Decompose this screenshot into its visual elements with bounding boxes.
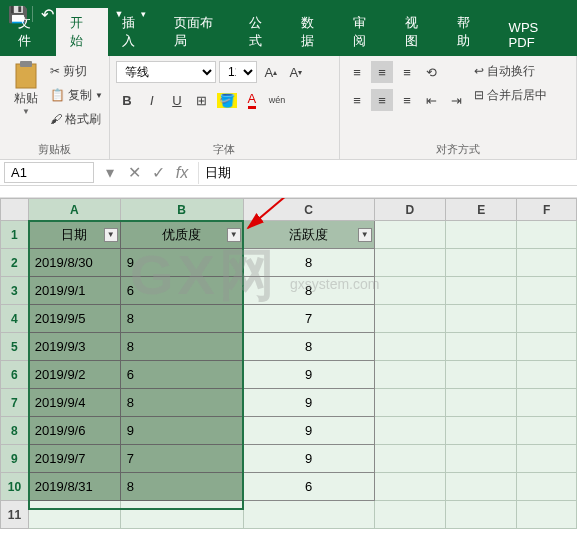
cell-a3[interactable]: 2019/9/1 xyxy=(28,277,120,305)
underline-button[interactable]: U xyxy=(166,89,188,111)
orientation-icon[interactable]: ⟲ xyxy=(421,61,443,83)
col-header-b[interactable]: B xyxy=(120,199,243,221)
copy-dropdown-icon[interactable]: ▼ xyxy=(95,91,103,100)
name-box[interactable] xyxy=(4,162,94,183)
cell[interactable] xyxy=(517,473,577,501)
font-size-select[interactable]: 11 xyxy=(219,61,257,83)
row-header-7[interactable]: 7 xyxy=(1,389,29,417)
cell-a10[interactable]: 2019/8/31 xyxy=(28,473,120,501)
confirm-icon[interactable]: ✓ xyxy=(146,162,170,184)
cell[interactable] xyxy=(517,501,577,529)
tab-review[interactable]: 审阅 xyxy=(339,8,391,56)
fx-icon[interactable]: fx xyxy=(170,162,194,184)
row-header-6[interactable]: 6 xyxy=(1,361,29,389)
cell-a4[interactable]: 2019/9/5 xyxy=(28,305,120,333)
cell[interactable] xyxy=(374,305,445,333)
border-button[interactable]: ⊞ xyxy=(191,89,213,111)
cell-c9[interactable]: 9 xyxy=(243,445,374,473)
cell[interactable] xyxy=(374,333,445,361)
tab-view[interactable]: 视图 xyxy=(391,8,443,56)
cell[interactable] xyxy=(517,361,577,389)
cell[interactable] xyxy=(28,501,120,529)
align-right-icon[interactable]: ≡ xyxy=(396,89,418,111)
cell[interactable] xyxy=(374,473,445,501)
decrease-indent-icon[interactable]: ⇤ xyxy=(421,89,443,111)
cell[interactable] xyxy=(517,333,577,361)
cell-c6[interactable]: 9 xyxy=(243,361,374,389)
row-header-11[interactable]: 11 xyxy=(1,501,29,529)
cell[interactable] xyxy=(517,389,577,417)
cell-c10[interactable]: 6 xyxy=(243,473,374,501)
cell[interactable] xyxy=(517,305,577,333)
cell[interactable] xyxy=(446,473,517,501)
cell-b2[interactable]: 9 xyxy=(120,249,243,277)
cell-b5[interactable]: 8 xyxy=(120,333,243,361)
cell[interactable] xyxy=(446,389,517,417)
cell[interactable] xyxy=(446,501,517,529)
col-header-a[interactable]: A xyxy=(28,199,120,221)
cell[interactable] xyxy=(374,277,445,305)
row-header-10[interactable]: 10 xyxy=(1,473,29,501)
cell-c1[interactable]: 活跃度▼ xyxy=(243,221,374,249)
row-header-2[interactable]: 2 xyxy=(1,249,29,277)
cell-b3[interactable]: 6 xyxy=(120,277,243,305)
cell-b9[interactable]: 7 xyxy=(120,445,243,473)
cell-a1[interactable]: 日期▼ xyxy=(28,221,120,249)
tab-file[interactable]: 文件 xyxy=(4,8,56,56)
tab-page-layout[interactable]: 页面布局 xyxy=(160,8,236,56)
cell[interactable] xyxy=(374,249,445,277)
tab-insert[interactable]: 插入 xyxy=(108,8,160,56)
cell[interactable] xyxy=(120,501,243,529)
increase-font-icon[interactable]: A▴ xyxy=(260,61,282,83)
align-middle-icon[interactable]: ≡ xyxy=(371,61,393,83)
cell[interactable] xyxy=(374,417,445,445)
cell-c8[interactable]: 9 xyxy=(243,417,374,445)
cell-a6[interactable]: 2019/9/2 xyxy=(28,361,120,389)
cell-e1[interactable] xyxy=(446,221,517,249)
cell[interactable] xyxy=(446,333,517,361)
cell[interactable] xyxy=(446,417,517,445)
filter-icon[interactable]: ▼ xyxy=(358,228,372,242)
cell-b7[interactable]: 8 xyxy=(120,389,243,417)
row-header-9[interactable]: 9 xyxy=(1,445,29,473)
cell-c7[interactable]: 9 xyxy=(243,389,374,417)
cell-c2[interactable]: 8 xyxy=(243,249,374,277)
cell-c3[interactable]: 8 xyxy=(243,277,374,305)
tab-formula[interactable]: 公式 xyxy=(235,8,287,56)
cell[interactable] xyxy=(374,501,445,529)
col-header-f[interactable]: F xyxy=(517,199,577,221)
tab-wps-pdf[interactable]: WPS PDF xyxy=(495,14,577,56)
row-header-8[interactable]: 8 xyxy=(1,417,29,445)
name-box-dropdown-icon[interactable]: ▾ xyxy=(98,162,122,184)
paste-button[interactable]: 粘贴 ▼ xyxy=(6,60,46,140)
fill-color-button[interactable]: 🪣 xyxy=(216,89,238,111)
col-header-c[interactable]: C xyxy=(243,199,374,221)
cell-a7[interactable]: 2019/9/4 xyxy=(28,389,120,417)
formula-value[interactable]: 日期 xyxy=(198,162,577,184)
cell[interactable] xyxy=(446,277,517,305)
tab-help[interactable]: 帮助 xyxy=(443,8,495,56)
cell-b4[interactable]: 8 xyxy=(120,305,243,333)
cell[interactable] xyxy=(374,361,445,389)
worksheet[interactable]: GX网 gxsystem.com A B C D E F 1 日期▼ 优质度▼ … xyxy=(0,198,577,529)
phonetic-button[interactable]: wén xyxy=(266,89,288,111)
row-header-3[interactable]: 3 xyxy=(1,277,29,305)
cancel-icon[interactable]: ✕ xyxy=(122,162,146,184)
cell[interactable] xyxy=(446,305,517,333)
cell[interactable] xyxy=(517,249,577,277)
cell-a5[interactable]: 2019/9/3 xyxy=(28,333,120,361)
copy-button[interactable]: 📋复制▼ xyxy=(50,84,103,106)
cell-b10[interactable]: 8 xyxy=(120,473,243,501)
paste-dropdown-icon[interactable]: ▼ xyxy=(22,107,30,116)
cell[interactable] xyxy=(517,445,577,473)
bold-button[interactable]: B xyxy=(116,89,138,111)
align-top-icon[interactable]: ≡ xyxy=(346,61,368,83)
cell-c5[interactable]: 8 xyxy=(243,333,374,361)
align-center-icon[interactable]: ≡ xyxy=(371,89,393,111)
cell[interactable] xyxy=(517,417,577,445)
col-header-d[interactable]: D xyxy=(374,199,445,221)
decrease-font-icon[interactable]: A▾ xyxy=(285,61,307,83)
row-header-1[interactable]: 1 xyxy=(1,221,29,249)
filter-icon[interactable]: ▼ xyxy=(227,228,241,242)
filter-icon[interactable]: ▼ xyxy=(104,228,118,242)
